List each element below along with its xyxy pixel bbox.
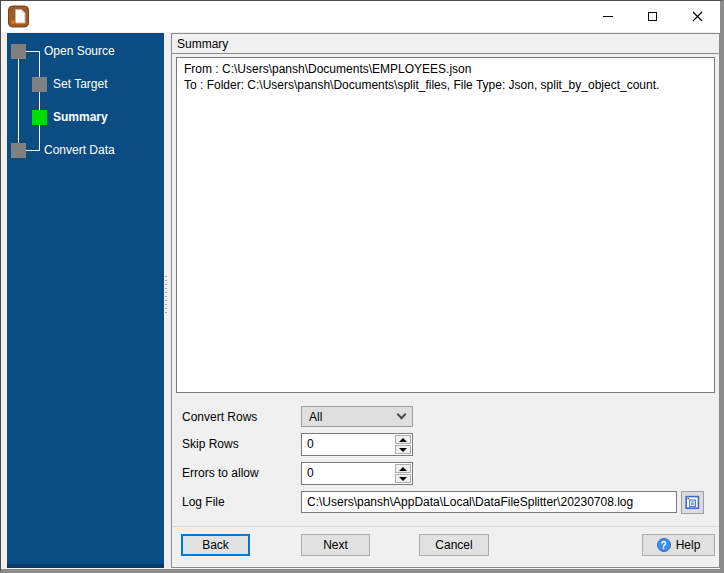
app-icon xyxy=(8,5,29,28)
sidebar-step-convert-data: Convert Data xyxy=(44,143,115,158)
main-panel: Summary From : C:\Users\pansh\Documents\… xyxy=(171,33,720,568)
sidebar-step-open-source: Open Source xyxy=(44,44,115,59)
step-square-open-source xyxy=(11,44,26,59)
sidebar-step-summary: Summary xyxy=(53,110,108,125)
skip-rows-spinner[interactable]: 0 xyxy=(301,433,413,456)
wizard-steps-sidebar: Open Source Set Target Summary Convert D… xyxy=(7,33,164,568)
convert-rows-label: Convert Rows xyxy=(182,406,257,428)
close-icon xyxy=(692,11,703,22)
spinner-buttons xyxy=(395,435,411,454)
summary-line-from: From : C:\Users\pansh\Documents\EMPLOYEE… xyxy=(184,61,707,77)
step-square-convert-data xyxy=(11,143,26,158)
help-button[interactable]: ? Help xyxy=(642,534,715,556)
errors-to-allow-spinner[interactable]: 0 xyxy=(301,462,413,485)
summary-panel-header: Summary xyxy=(172,34,719,54)
tree-connector-line xyxy=(18,59,19,143)
triangle-down-icon xyxy=(399,448,407,452)
help-button-label: Help xyxy=(676,538,701,552)
splitter-grip-icon xyxy=(165,276,167,316)
step-square-set-target xyxy=(32,77,47,92)
spin-up-button[interactable] xyxy=(395,464,411,473)
tree-connector-line xyxy=(26,150,40,151)
errors-to-allow-label: Errors to allow xyxy=(182,462,259,484)
triangle-down-icon xyxy=(399,477,407,481)
triangle-up-icon xyxy=(399,467,407,471)
tree-connector-line xyxy=(39,52,40,151)
close-button[interactable] xyxy=(675,1,720,32)
titlebar xyxy=(1,1,720,32)
step-square-summary-current xyxy=(32,110,47,125)
button-bar-separator xyxy=(172,526,719,527)
tree-connector-line xyxy=(26,51,40,52)
skip-rows-label: Skip Rows xyxy=(182,433,239,455)
spin-down-button[interactable] xyxy=(395,474,411,483)
cancel-button[interactable]: Cancel xyxy=(419,534,489,556)
next-button[interactable]: Next xyxy=(301,534,370,556)
triangle-up-icon xyxy=(399,438,407,442)
help-question-icon: ? xyxy=(657,538,671,552)
convert-rows-selected-value: All xyxy=(309,410,322,424)
minimize-icon xyxy=(603,16,613,17)
sidebar-splitter[interactable] xyxy=(164,32,171,569)
minimize-button[interactable] xyxy=(585,1,630,32)
skip-rows-value: 0 xyxy=(307,434,314,455)
log-file-view-button[interactable] xyxy=(681,491,704,514)
maximize-icon xyxy=(648,12,657,21)
chevron-down-icon xyxy=(397,410,407,420)
convert-rows-select[interactable]: All xyxy=(301,406,413,427)
wizard-window: Open Source Set Target Summary Convert D… xyxy=(0,0,724,573)
summary-text-box[interactable]: From : C:\Users\pansh\Documents\EMPLOYEE… xyxy=(176,57,715,393)
log-file-input[interactable] xyxy=(301,491,677,513)
caption-buttons xyxy=(585,1,720,32)
log-file-icon xyxy=(685,495,700,510)
summary-line-to: To : Folder: C:\Users\pansh\Documents\sp… xyxy=(184,77,707,93)
spin-down-button[interactable] xyxy=(395,445,411,454)
log-file-label: Log File xyxy=(182,491,225,513)
spin-up-button[interactable] xyxy=(395,435,411,444)
dialog-content: Open Source Set Target Summary Convert D… xyxy=(1,32,720,569)
spinner-buttons xyxy=(395,464,411,483)
back-button[interactable]: Back xyxy=(181,534,250,556)
maximize-button[interactable] xyxy=(630,1,675,32)
errors-to-allow-value: 0 xyxy=(307,463,314,484)
sidebar-step-set-target: Set Target xyxy=(53,77,107,92)
